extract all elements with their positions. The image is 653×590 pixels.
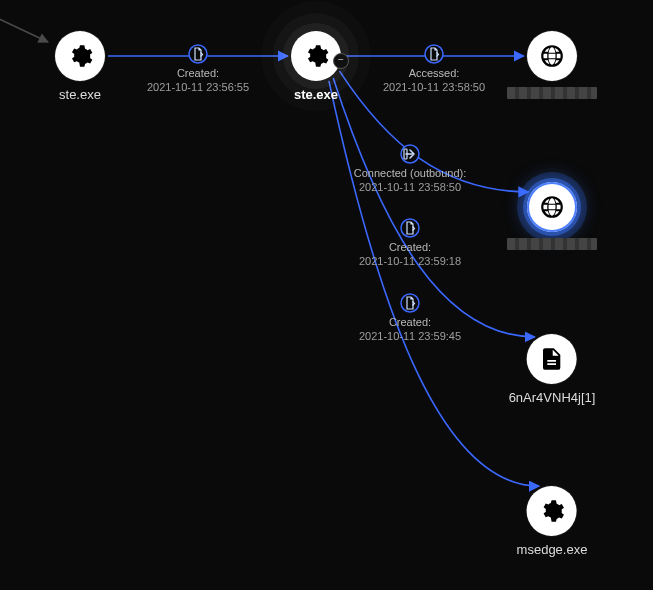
node-label [507,87,597,99]
edge-badge-icon [401,294,419,312]
collapse-toggle[interactable]: − [333,53,349,69]
edge-label: Connected (outbound):2021-10-11 23:58:50 [354,166,467,194]
edge-action: Accessed: [383,66,485,80]
node-label: ste.exe [59,87,101,102]
svg-point-3 [401,219,419,237]
svg-point-1 [425,45,443,63]
edge-label: Accessed:2021-10-11 23:58:50 [383,66,485,94]
graph-node-file_1[interactable]: 6nAr4VNH4j[1] [509,334,596,405]
edge-action: Created: [359,315,461,329]
edge-label: Created:2021-10-11 23:56:55 [147,66,249,94]
graph-node-net_1[interactable] [507,31,597,99]
svg-point-2 [401,145,419,163]
edge-label: Created:2021-10-11 23:59:45 [359,315,461,343]
edge-label: Created:2021-10-11 23:59:18 [359,240,461,268]
file-icon [527,334,577,384]
node-label: msedge.exe [517,542,588,557]
globe-icon [527,31,577,81]
graph-node-proc_edge[interactable]: msedge.exe [517,486,588,557]
edge-action: Connected (outbound): [354,166,467,180]
globe-icon [527,182,577,232]
node-label: 6nAr4VNH4j[1] [509,390,596,405]
node-label: ste.exe [294,87,338,102]
edge-badge-icon [425,45,443,63]
edge-badge-icon [401,145,419,163]
graph-edge [329,81,539,486]
edge-timestamp: 2021-10-11 23:58:50 [354,180,467,194]
graph-node-proc_main[interactable]: ste.exe− [291,31,341,102]
graph-canvas[interactable]: ste.exeste.exe−6nAr4VNH4j[1]msedge.exe C… [0,0,653,590]
svg-point-4 [401,294,419,312]
svg-point-0 [189,45,207,63]
incoming-edge-stub [0,10,48,42]
gear-icon [55,31,105,81]
graph-node-proc_parent[interactable]: ste.exe [55,31,105,102]
edge-timestamp: 2021-10-11 23:59:45 [359,329,461,343]
edge-badge-icon [189,45,207,63]
edge-timestamp: 2021-10-11 23:59:18 [359,254,461,268]
edge-action: Created: [147,66,249,80]
gear-icon [527,486,577,536]
edge-action: Created: [359,240,461,254]
graph-edge [333,78,535,337]
edge-timestamp: 2021-10-11 23:58:50 [383,80,485,94]
graph-edge [340,71,529,192]
graph-node-net_2[interactable] [507,182,597,250]
node-label [507,238,597,250]
edge-badge-icon [401,219,419,237]
edge-timestamp: 2021-10-11 23:56:55 [147,80,249,94]
